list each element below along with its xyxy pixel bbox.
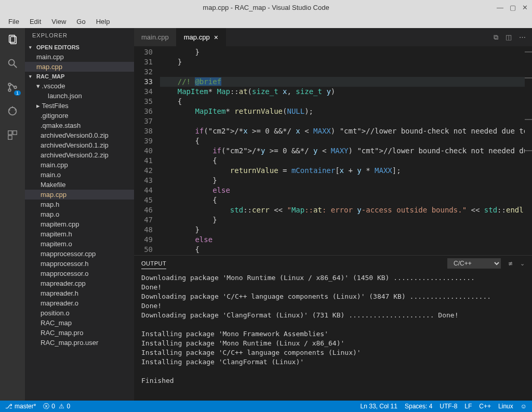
file-item[interactable]: mapreader.h — [25, 288, 134, 298]
output-content[interactable]: Downloading package 'Mono Runtime (Linux… — [134, 271, 532, 401]
svg-rect-11 — [8, 131, 12, 135]
activity-bar: 1 — [0, 28, 25, 401]
file-item[interactable]: map.o — [25, 209, 134, 219]
close-icon[interactable]: ✕ — [522, 4, 528, 11]
minimize-icon[interactable]: — — [497, 4, 503, 11]
panel-toggle-icon[interactable]: ⌄ — [520, 260, 525, 267]
open-editors-header[interactable]: ▾OPEN EDITORS — [25, 43, 134, 52]
file-item[interactable]: launch.json — [25, 91, 134, 101]
chevron-down-icon: ▾ — [29, 74, 34, 79]
bottom-panel: OUTPUT C/C++ ≢ ⌄ Downloading package 'M… — [134, 255, 532, 401]
file-item[interactable]: mapreader.cpp — [25, 278, 134, 288]
sidebar-title: EXPLORER — [25, 28, 134, 43]
tab-close-icon[interactable]: × — [214, 33, 218, 42]
extensions-icon[interactable] — [5, 128, 20, 142]
code-editor[interactable]: 3031323334353637383940414243444546474849… — [134, 46, 532, 255]
svg-point-5 — [8, 89, 11, 91]
minimap[interactable] — [525, 46, 532, 255]
status-encoding[interactable]: UTF-8 — [440, 403, 457, 410]
file-item[interactable]: position.o — [25, 308, 134, 318]
file-item[interactable]: .qmake.stash — [25, 121, 134, 130]
editor-area: main.cppmap.cpp× ⧉ ◫ ⋯ 30313233343536373… — [134, 28, 532, 401]
menu-help[interactable]: Help — [92, 17, 114, 26]
status-problems[interactable]: ⓧ 0 ⚠ 0 — [43, 402, 70, 411]
open-editor-item[interactable]: map.cpp — [25, 62, 134, 72]
status-bar: ⎇ master* ⓧ 0 ⚠ 0 Ln 33, Col 11 Spaces: … — [0, 401, 532, 412]
menubar: File Edit View Go Help — [0, 15, 532, 28]
file-item[interactable]: mapprocessor.o — [25, 269, 134, 278]
status-cursor[interactable]: Ln 33, Col 11 — [361, 403, 397, 410]
menu-edit[interactable]: Edit — [25, 17, 45, 26]
file-item[interactable]: mapitem.h — [25, 229, 134, 239]
file-item[interactable]: archivedVersion0.0.zip — [25, 130, 134, 140]
svg-point-7 — [9, 108, 17, 115]
svg-point-6 — [14, 86, 17, 89]
file-item[interactable]: RAC_map.pro.user — [25, 338, 134, 348]
menu-view[interactable]: View — [47, 17, 70, 26]
file-item[interactable]: .gitignore — [25, 111, 134, 121]
editor-tabs: main.cppmap.cpp× ⧉ ◫ ⋯ — [134, 28, 532, 46]
file-item[interactable]: main.o — [25, 170, 134, 180]
folder-item[interactable]: ▸ TestFiles — [25, 101, 134, 111]
menu-file[interactable]: File — [4, 17, 23, 26]
file-item[interactable]: main.cpp — [25, 160, 134, 170]
debug-icon[interactable] — [5, 104, 20, 118]
editor-tab[interactable]: map.cpp× — [177, 28, 226, 46]
project-header[interactable]: ▾RAC_MAP — [25, 72, 134, 81]
status-branch[interactable]: ⎇ master* — [5, 403, 36, 410]
panel-tab-output[interactable]: OUTPUT — [141, 258, 166, 269]
file-item[interactable]: mapitem.cpp — [25, 219, 134, 229]
split-editor-icon[interactable]: ◫ — [506, 33, 512, 41]
file-item[interactable]: mapitem.o — [25, 239, 134, 249]
file-item[interactable]: map.h — [25, 200, 134, 209]
status-eol[interactable]: LF — [464, 403, 472, 410]
svg-rect-13 — [8, 136, 12, 139]
more-icon[interactable]: ⋯ — [519, 33, 526, 41]
window-title: map.cpp - RAC_map - Visual Studio Code — [203, 4, 329, 11]
file-item[interactable]: RAC_map — [25, 318, 134, 328]
scm-badge: 1 — [14, 90, 21, 96]
file-item[interactable]: mapprocessor.cpp — [25, 249, 134, 259]
svg-rect-12 — [13, 131, 17, 135]
svg-point-4 — [8, 83, 11, 86]
status-lang[interactable]: C++ — [479, 403, 491, 410]
search-icon[interactable] — [5, 56, 20, 71]
file-item[interactable]: mapprocessor.h — [25, 259, 134, 269]
clear-output-icon[interactable]: ≢ — [508, 260, 513, 267]
svg-line-3 — [14, 65, 17, 68]
file-item[interactable]: Makefile — [25, 180, 134, 190]
status-os[interactable]: Linux — [498, 403, 513, 410]
editor-tab[interactable]: main.cpp — [134, 28, 177, 46]
svg-point-2 — [9, 60, 15, 65]
status-feedback-icon[interactable]: ☺ — [521, 403, 527, 410]
folder-item[interactable]: ▾ .vscode — [25, 81, 134, 91]
file-item[interactable]: map.cpp — [25, 190, 134, 200]
maximize-icon[interactable]: ▢ — [510, 4, 516, 11]
menu-go[interactable]: Go — [72, 17, 89, 26]
open-editor-item[interactable]: main.cpp — [25, 52, 134, 62]
chevron-down-icon: ▾ — [29, 45, 34, 50]
file-item[interactable]: archivedVersion0.2.zip — [25, 150, 134, 160]
explorer-icon[interactable] — [5, 32, 20, 47]
sidebar: EXPLORER ▾OPEN EDITORS main.cppmap.cpp ▾… — [25, 28, 134, 401]
file-item[interactable]: archivedVersion0.1.zip — [25, 140, 134, 150]
status-spaces[interactable]: Spaces: 4 — [405, 403, 432, 410]
file-item[interactable]: mapreader.o — [25, 298, 134, 308]
window-titlebar: map.cpp - RAC_map - Visual Studio Code —… — [0, 0, 532, 15]
scm-icon[interactable]: 1 — [5, 80, 20, 95]
file-item[interactable]: RAC_map.pro — [25, 328, 134, 338]
output-channel-select[interactable]: C/C++ — [447, 258, 501, 269]
compare-icon[interactable]: ⧉ — [494, 33, 498, 42]
